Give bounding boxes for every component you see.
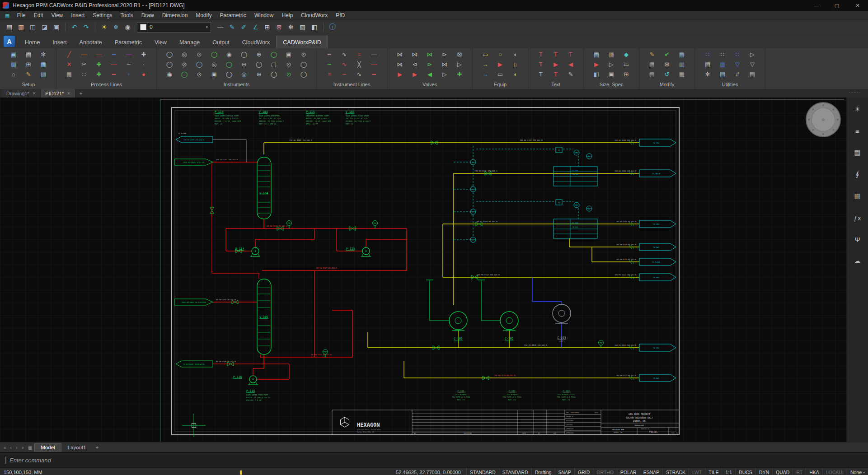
ribbon-icon[interactable]: · [137,60,150,69]
linetype-icon[interactable]: — [215,22,226,33]
ribbon-icon[interactable]: ┉ [338,70,351,79]
cloud-icon[interactable]: ☁ [851,256,864,266]
menu-item-tools[interactable]: Tools [117,11,137,20]
ribbon-icon[interactable]: ∷ [701,50,714,59]
ribbon-icon[interactable]: ▭ [619,60,633,69]
layout-tab-layout1[interactable]: Layout1 [62,444,92,451]
menu-item-window[interactable]: Window [250,11,278,20]
filters-icon[interactable]: ≡ [851,126,864,136]
ribbon-icon[interactable]: ▥ [7,60,20,69]
ribbon-icon[interactable]: T [549,50,563,59]
ribbon-icon[interactable]: ◆ [619,50,633,59]
ribbon-icon[interactable]: ◉ [163,70,176,79]
ribbon-icon[interactable]: ▷ [438,70,451,79]
hatch-icon[interactable]: ▧ [297,22,308,33]
layers-icon[interactable]: ▤ [851,147,864,158]
menu-item-file[interactable]: File [13,11,29,20]
ribbon-icon[interactable]: ◯ [267,70,281,79]
ribbon-icon[interactable]: ✻ [701,70,714,79]
ribbon-icon[interactable]: ▭ [493,70,507,79]
ribbon-icon[interactable]: ⊙ [297,50,310,59]
save-as-icon[interactable]: ◪ [39,22,50,33]
ribbon-icon[interactable]: ◧ [590,70,603,79]
layout-nav-icon-2[interactable]: › [14,445,19,450]
ribbon-icon[interactable]: ▫ [122,70,136,79]
status-toggle-none-18[interactable]: None▾ [847,468,868,475]
status-toggle-tile-10[interactable]: TILE [705,468,722,475]
plot-icon[interactable]: ▣ [51,22,62,33]
open-file-icon[interactable]: ▥ [15,22,27,33]
structure-icon[interactable]: Ψ [851,234,864,245]
ribbon-icon[interactable]: ▥ [675,60,689,69]
ribbon-icon[interactable]: ▦ [675,70,689,79]
ribbon-icon[interactable]: ✎ [22,70,35,79]
ribbon-icon[interactable]: — [367,50,381,59]
ribbon-icon[interactable]: ✔ [660,50,674,59]
ribbon-icon[interactable]: — [77,50,91,59]
ribbon-tab-cadworxp-id[interactable]: CADWorxP&ID [276,36,328,48]
menu-item-pid[interactable]: PID [332,11,349,20]
ribbon-icon[interactable]: — [107,60,121,69]
ribbon-icon[interactable]: ▧ [37,70,50,79]
status-toggle-snap-3[interactable]: SNAP [555,468,575,475]
ribbon-icon[interactable]: ≈ [352,50,366,59]
coordinates-readout[interactable]: 52.46625, 22.77000, 0.00000 [390,470,466,475]
menu-item-cloudworx[interactable]: CloudWorx [297,11,332,20]
ribbon-icon[interactable]: ✚ [453,70,466,79]
ribbon-icon[interactable]: — [367,60,381,69]
close-tab-icon[interactable]: ✕ [67,91,70,96]
ribbon-tab-annotate[interactable]: Annotate [73,36,108,48]
ribbon-icon[interactable]: ▤ [746,70,759,79]
menu-item-dimension[interactable]: Dimension [158,11,192,20]
save-icon[interactable]: ◫ [27,22,38,33]
settings-icon[interactable]: ✻ [285,22,296,33]
status-toggle-standard-0[interactable]: STANDARD [466,468,499,475]
layout-grid-icon[interactable]: ▦ [26,445,34,450]
ribbon-icon[interactable]: ▤ [22,50,35,59]
ribbon-icon[interactable]: ▤ [645,60,659,69]
ribbon-icon[interactable]: — [122,50,136,59]
ribbon-icon[interactable]: — [92,50,106,59]
ribbon-icon[interactable]: ▽ [746,60,759,69]
status-toggle-lwt-9[interactable]: LWT [689,468,705,475]
layer-on-icon[interactable]: ☀ [99,22,110,33]
ribbon-icon[interactable]: ▶ [590,60,603,69]
new-layout-button[interactable]: + [93,445,102,450]
ribbon-icon[interactable]: T [534,70,548,79]
ribbon-icon[interactable]: ◯ [267,50,281,59]
undo-icon[interactable]: ↶ [69,22,80,33]
ribbon-icon[interactable]: ✻ [37,50,50,59]
ribbon-icon[interactable]: ▦ [62,70,76,79]
pencil-icon[interactable]: ✎ [226,22,238,33]
status-toggle-grid-4[interactable]: GRID [574,468,593,475]
ribbon-icon[interactable]: ∷ [77,70,91,79]
ribbon-icon[interactable]: ━ [107,70,121,79]
fx-icon[interactable]: ƒx [851,212,864,223]
ribbon-tab-cloudworx[interactable]: CloudWorx [236,36,277,48]
ribbon-icon[interactable]: ◖ [508,70,522,79]
ribbon-icon[interactable]: ✚ [92,60,106,69]
ribbon-icon[interactable]: ∷ [731,50,744,59]
info-icon[interactable]: ⓘ [327,22,338,33]
ribbon-icon[interactable]: ⊖ [237,60,251,69]
ribbon-icon[interactable]: ▣ [605,70,618,79]
ribbon-icon[interactable]: ⊙ [192,70,206,79]
ribbon-icon[interactable]: ◖ [508,50,522,59]
ribbon-icon[interactable]: ▦ [37,60,50,69]
ribbon-icon[interactable]: ◯ [163,50,176,59]
ribbon-icon[interactable]: ⊞ [619,70,633,79]
ribbon-icon[interactable]: T [534,50,548,59]
ribbon-icon[interactable]: ▷ [605,60,618,69]
ribbon-icon[interactable]: ◀ [564,60,577,69]
ribbon-icon[interactable]: ⊳ [438,50,451,59]
layer-freeze-icon[interactable]: ❄ [110,22,122,33]
new-file-icon[interactable]: ▤ [4,22,15,33]
menu-item-insert[interactable]: Insert [67,11,89,20]
ribbon-icon[interactable]: ⊙ [192,50,206,59]
ribbon-icon[interactable]: ≈ [323,70,336,79]
ribbon-icon[interactable]: ╱ [62,50,76,59]
ribbon-icon[interactable]: ↺ [660,70,674,79]
cadworx-app-button[interactable]: A [4,36,15,47]
ribbon-tab-parametric[interactable]: Parametric [108,36,148,48]
ribbon-icon[interactable]: ▣ [282,50,296,59]
